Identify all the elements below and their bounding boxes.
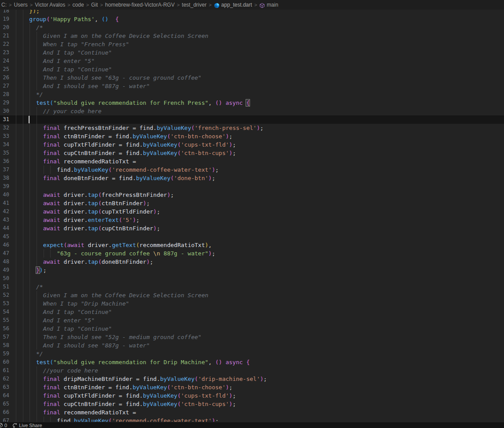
line-number[interactable]: 31 — [0, 115, 9, 124]
line-number[interactable]: 34 — [0, 140, 9, 149]
code-line[interactable]: 45 — [0, 232, 504, 241]
code-line[interactable]: 52 Given I am on the Coffee Device Selec… — [0, 291, 504, 299]
breadcrumb-item-git[interactable]: Git — [91, 2, 98, 8]
code-line[interactable]: 30 // your code here — [0, 107, 504, 115]
line-number[interactable]: 30 — [0, 107, 9, 115]
code-line[interactable]: 54 And I tap "Continue" — [0, 308, 504, 316]
code-line[interactable]: 66 final recommendedRatioTxt = — [0, 408, 504, 417]
code-line[interactable]: 51 /* — [0, 283, 504, 291]
line-number[interactable]: 25 — [0, 65, 9, 74]
line-number[interactable]: 57 — [0, 333, 9, 341]
code-line[interactable]: 41 await driver.tap(ctnBtnFinder); — [0, 199, 504, 207]
code-line[interactable]: 56 And I tap "Continue" — [0, 325, 504, 333]
line-number[interactable]: 26 — [0, 74, 9, 82]
line-number[interactable]: 23 — [0, 48, 9, 57]
line-number[interactable]: 61 — [0, 366, 9, 375]
live-share-button[interactable]: Live Share — [10, 422, 45, 428]
code-line[interactable]: 58 And I should see "887g - water" — [0, 341, 504, 350]
line-number[interactable]: 56 — [0, 325, 9, 333]
code-line[interactable]: 26 Then I should see "63g - course groun… — [0, 74, 504, 82]
code-line[interactable]: 50 — [0, 274, 504, 283]
line-number[interactable]: 58 — [0, 341, 9, 350]
line-number[interactable]: 51 — [0, 283, 9, 291]
line-number[interactable]: 52 — [0, 291, 9, 299]
line-number[interactable]: 45 — [0, 232, 9, 241]
code-line[interactable]: 22 When I tap "French Press" — [0, 40, 504, 48]
line-number[interactable]: 41 — [0, 199, 9, 207]
code-line[interactable]: 32 final frechPressBtnFinder = find.byVa… — [0, 124, 504, 132]
code-line[interactable]: 64 final cupTxtFldFinder = find.byValueK… — [0, 391, 504, 400]
line-number[interactable]: 53 — [0, 299, 9, 308]
line-number[interactable]: 20 — [0, 23, 9, 32]
line-number[interactable]: 54 — [0, 308, 9, 316]
line-number[interactable]: 35 — [0, 149, 9, 157]
line-number[interactable]: 47 — [0, 249, 9, 258]
code-line[interactable]: 29 test("should give recommendation for … — [0, 99, 504, 107]
line-number[interactable]: 19 — [0, 15, 9, 23]
code-line[interactable]: 36 final recommendedRatioTxt = — [0, 157, 504, 166]
line-number[interactable]: 60 — [0, 358, 9, 366]
line-number[interactable]: 36 — [0, 157, 9, 166]
code-editor[interactable]: 18 });19 group('Happy Paths', () {20 /*2… — [0, 10, 504, 422]
code-line[interactable]: 47 "63g - course ground coffee \n 887g -… — [0, 249, 504, 258]
code-line[interactable]: 18 }); — [0, 10, 504, 15]
code-line[interactable]: 34 final cupTxtFldFinder = find.byValueK… — [0, 140, 504, 149]
code-line[interactable]: 57 Then I should see "52g - medium groun… — [0, 333, 504, 341]
code-line[interactable]: 35 final cupCtnBtnFinder = find.byValueK… — [0, 149, 504, 157]
line-number[interactable]: 27 — [0, 82, 9, 90]
code-line[interactable]: 55 And I enter "5" — [0, 316, 504, 325]
line-number[interactable]: 28 — [0, 90, 9, 99]
code-line[interactable]: 43 await driver.enterText('5'); — [0, 216, 504, 224]
code-line[interactable]: 61 //your code here — [0, 366, 504, 375]
line-number[interactable]: 37 — [0, 166, 9, 174]
breadcrumb-item-users[interactable]: Users — [14, 2, 27, 8]
line-number[interactable]: 38 — [0, 174, 9, 182]
code-line[interactable]: 25 And I tap "Continue" — [0, 65, 504, 74]
code-line[interactable]: 62 final dripMachineBtnFinder = find.byV… — [0, 375, 504, 383]
code-line[interactable]: 23 And I tap "Continue" — [0, 48, 504, 57]
code-line[interactable]: 53 When I tap "Drip Machine" — [0, 299, 504, 308]
line-number[interactable]: 24 — [0, 57, 9, 65]
line-number[interactable]: 39 — [0, 182, 9, 191]
code-line[interactable]: 40 await driver.tap(frechPressBtnFinder)… — [0, 191, 504, 199]
code-line[interactable]: 37 find.byValueKey('recommend-coffee-wat… — [0, 166, 504, 174]
code-line[interactable]: 65 final cupCtnBtnFinder = find.byValueK… — [0, 400, 504, 408]
breadcrumb-item-code[interactable]: code — [73, 2, 84, 8]
line-number[interactable]: 29 — [0, 99, 9, 107]
line-number[interactable]: 50 — [0, 274, 9, 283]
line-number[interactable]: 42 — [0, 207, 9, 216]
line-number[interactable]: 22 — [0, 40, 9, 48]
code-line[interactable]: 44 await driver.tap(cupCtnBtnFinder); — [0, 224, 504, 232]
line-number[interactable]: 55 — [0, 316, 9, 325]
breadcrumb-item-repo[interactable]: homebrew-fixed-VictorA-RGV — [105, 2, 175, 8]
line-number[interactable]: 21 — [0, 32, 9, 40]
breadcrumb-item-file[interactable]: app_test.dart — [221, 2, 252, 8]
code-line[interactable]: 20 /* — [0, 23, 504, 32]
breadcrumb-item-test-driver[interactable]: test_driver — [182, 2, 206, 8]
code-line[interactable]: 38 final doneBtnFinder = find.byValueKey… — [0, 174, 504, 182]
line-number[interactable]: 18 — [0, 10, 9, 15]
line-number[interactable]: 46 — [0, 241, 9, 249]
line-number[interactable]: 48 — [0, 258, 9, 266]
line-number[interactable]: 43 — [0, 216, 9, 224]
line-number[interactable]: 63 — [0, 383, 9, 391]
line-number[interactable]: 65 — [0, 400, 9, 408]
line-number[interactable]: 40 — [0, 191, 9, 199]
code-line[interactable]: 67 find.byValueKey('recommend-coffee-wat… — [0, 417, 504, 422]
code-line[interactable]: 60 test("should give recommendation for … — [0, 358, 504, 366]
breadcrumb-item-symbol[interactable]: main — [267, 2, 278, 8]
line-number[interactable]: 44 — [0, 224, 9, 232]
code-line[interactable]: 42 await driver.tap(cupTxtFldFinder); — [0, 207, 504, 216]
code-line[interactable]: 33 final ctnBtnFinder = find.byValueKey(… — [0, 132, 504, 140]
code-line[interactable]: 39 — [0, 182, 504, 191]
line-number[interactable]: 59 — [0, 350, 9, 358]
code-line[interactable]: 59 */ — [0, 350, 504, 358]
code-line[interactable]: 27 And I should see "887g - water" — [0, 82, 504, 90]
line-number[interactable]: 64 — [0, 391, 9, 400]
line-number[interactable]: 49 — [0, 266, 9, 274]
code-line[interactable]: 19 group('Happy Paths', () { — [0, 15, 504, 23]
breadcrumb-item-drive[interactable]: C: — [1, 2, 7, 8]
code-line[interactable]: 46 expect(await driver.getText(recommend… — [0, 241, 504, 249]
code-line[interactable]: 49 }); — [0, 266, 504, 274]
code-line[interactable]: 28 */ — [0, 90, 504, 99]
